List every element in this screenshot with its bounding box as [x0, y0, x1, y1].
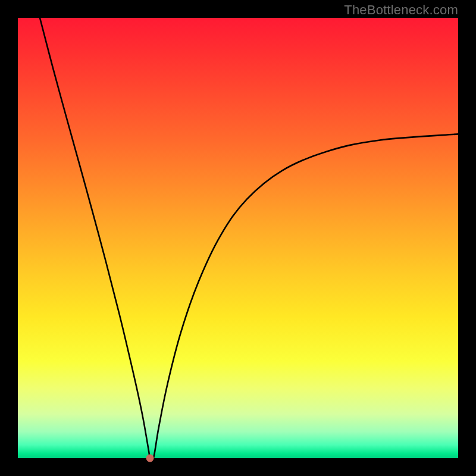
chart-frame: TheBottleneck.com — [0, 0, 476, 476]
cusp-dot-icon — [146, 455, 154, 462]
curve-path — [40, 18, 458, 458]
plot-area — [18, 18, 458, 458]
watermark-text: TheBottleneck.com — [344, 2, 458, 18]
bottleneck-curve — [18, 18, 458, 458]
